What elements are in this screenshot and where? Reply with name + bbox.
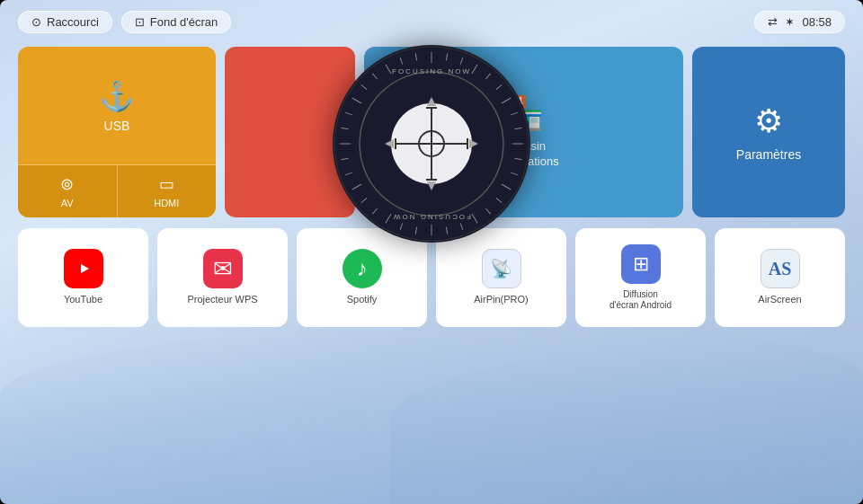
diffusion-icon: ⊞ [621, 244, 661, 284]
bottom-row: YouTube ✉ Projecteur WPS ♪ Spotify 📡 [18, 228, 845, 327]
spotify-label: Spotify [347, 294, 378, 305]
screen: ⊙ Raccourci ⊡ Fond d'écran ⇄ ✶ 08:58 ⚓ U… [0, 0, 863, 504]
av-button[interactable]: ⊚ AV [18, 165, 118, 217]
focusing-outer-ring: FOCUSING NOW FOCUSING NOW [333, 45, 530, 243]
raccourci-button[interactable]: ⊙ Raccourci [18, 11, 112, 33]
av-icon: ⊚ [60, 174, 74, 194]
projecteur-icon: ✉ [203, 249, 243, 288]
av-label: AV [61, 198, 74, 208]
usb-icon: ⚓ [99, 79, 135, 113]
usb-bottom: ⊚ AV ▭ HDMI [18, 164, 216, 217]
hdmi-button[interactable]: ▭ HDMI [118, 165, 217, 217]
projecteur-label: Projecteur WPS [187, 294, 257, 305]
spotify-icon: ♪ [343, 249, 382, 288]
airscreen-label: AirScreen [758, 294, 801, 305]
status-bar: ⇄ ✶ 08:58 [754, 11, 845, 33]
raccourci-icon: ⊙ [31, 15, 41, 29]
app-tile-youtube[interactable]: YouTube [18, 228, 148, 327]
usb-block[interactable]: ⚓ USB ⊚ AV ▭ HDMI [18, 47, 216, 217]
raccourci-label: Raccourci [47, 15, 99, 29]
airpin-icon: 📡 [482, 249, 521, 288]
app-tile-spotify[interactable]: ♪ Spotify [297, 228, 427, 327]
youtube-label: YouTube [64, 294, 102, 305]
diffusion-label: Diffusion d'écran Android [609, 289, 672, 311]
top-bar: ⊙ Raccourci ⊡ Fond d'écran ⇄ ✶ 08:58 [0, 11, 863, 33]
hdmi-label: HDMI [154, 198, 179, 208]
params-icon: ⚙ [754, 102, 783, 140]
app-tile-airscreen[interactable]: AS AirScreen [715, 228, 845, 327]
hdmi-icon: ▭ [159, 174, 174, 194]
fond-ecran-button[interactable]: ⊡ Fond d'écran [121, 11, 231, 33]
top-left-buttons: ⊙ Raccourci ⊡ Fond d'écran [18, 11, 231, 33]
app-tile-diffusion[interactable]: ⊞ Diffusion d'écran Android [575, 228, 706, 327]
wifi-icon: ⇄ [768, 15, 778, 29]
svg-text:FOCUSING NOW: FOCUSING NOW [392, 67, 471, 75]
fond-ecran-icon: ⊡ [135, 15, 145, 29]
svg-text:FOCUSING NOW: FOCUSING NOW [392, 213, 471, 221]
clock: 08:58 [802, 15, 832, 29]
params-label: Paramètres [736, 147, 801, 162]
youtube-icon [64, 249, 103, 288]
airpin-label: AirPin(PRO) [474, 294, 529, 305]
app-tile-airpin[interactable]: 📡 AirPin(PRO) [436, 228, 566, 327]
params-block[interactable]: ⚙ Paramètres [692, 47, 845, 217]
app-tile-projecteur[interactable]: ✉ Projecteur WPS [157, 228, 288, 327]
focusing-wheel: FOCUSING NOW FOCUSING NOW [333, 45, 530, 243]
usb-top[interactable]: ⚓ USB [18, 47, 216, 164]
bluetooth-icon: ✶ [785, 15, 795, 29]
airscreen-icon: AS [761, 249, 800, 288]
usb-label: USB [104, 119, 130, 133]
fond-ecran-label: Fond d'écran [150, 15, 218, 29]
